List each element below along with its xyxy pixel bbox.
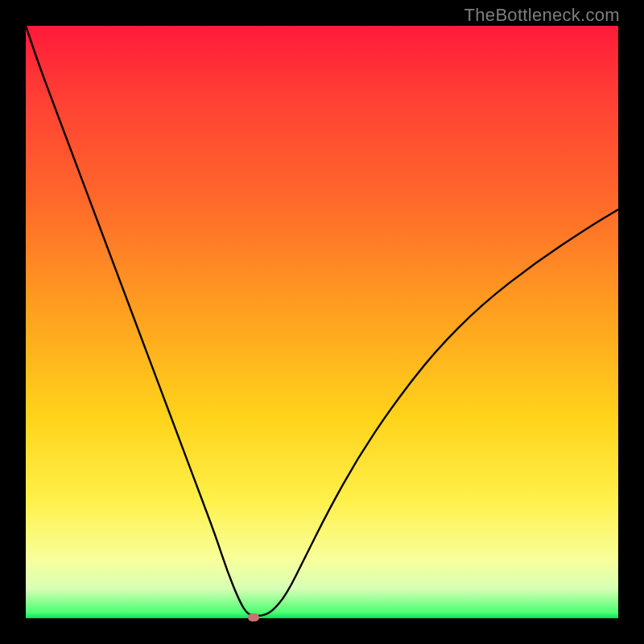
chart-frame: TheBottleneck.com [0,0,644,644]
bottleneck-curve [26,26,618,618]
curve-path [26,26,618,616]
watermark-text: TheBottleneck.com [464,5,620,26]
min-point-marker [248,613,259,621]
gradient-plot-area [26,26,618,618]
